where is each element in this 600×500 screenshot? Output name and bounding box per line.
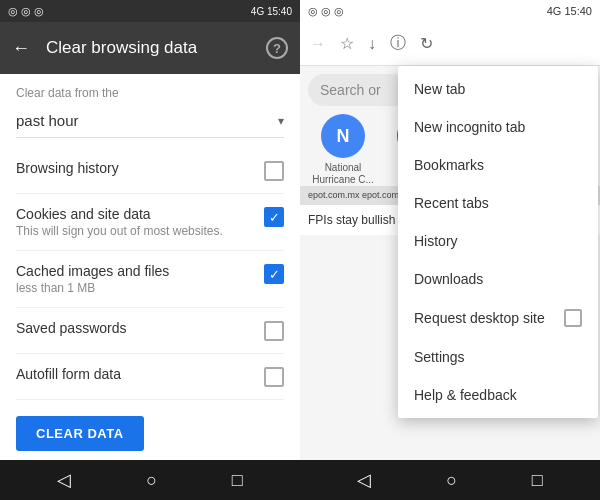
- option-sublabel: This will sign you out of most websites.: [16, 224, 256, 238]
- menu-item-label: New incognito tab: [414, 119, 525, 135]
- option-checkbox[interactable]: [264, 207, 284, 227]
- national-icon: N: [321, 114, 365, 158]
- content-area: Clear data from the past hour ▾ Browsing…: [0, 74, 300, 460]
- menu-item-label: Downloads: [414, 271, 483, 287]
- menu-item[interactable]: Help & feedback: [398, 376, 598, 414]
- menu-item-label: Request desktop site: [414, 310, 545, 326]
- nav-bar-right: ◁ ○ □: [300, 460, 600, 500]
- option-row: Cached images and filesless than 1 MB: [16, 251, 284, 308]
- menu-item[interactable]: Request desktop site: [398, 298, 598, 338]
- option-label: Browsing history: [16, 160, 256, 176]
- option-text-block: Cached images and filesless than 1 MB: [16, 263, 256, 295]
- option-checkbox[interactable]: [264, 367, 284, 387]
- menu-item[interactable]: Settings: [398, 338, 598, 376]
- menu-item-label: Recent tabs: [414, 195, 489, 211]
- left-panel: ◎ ◎ ◎ 4G 15:40 ← Clear browsing data ? C…: [0, 0, 300, 500]
- clear-from-label: Clear data from the: [16, 86, 284, 100]
- page-title: Clear browsing data: [46, 38, 250, 58]
- option-text-block: Saved passwords: [16, 320, 256, 336]
- option-checkbox[interactable]: [264, 161, 284, 181]
- status-bar-right: ◎ ◎ ◎ 4G 15:40: [300, 0, 600, 22]
- refresh-button[interactable]: ↻: [420, 34, 433, 53]
- context-menu: New tabNew incognito tabBookmarksRecent …: [398, 66, 598, 418]
- thumbnail-national[interactable]: N National Hurricane C...: [308, 114, 378, 186]
- option-label: Cookies and site data: [16, 206, 256, 222]
- nav-back-button-right[interactable]: ◁: [357, 469, 371, 491]
- option-checkbox[interactable]: [264, 321, 284, 341]
- menu-item[interactable]: Recent tabs: [398, 184, 598, 222]
- option-text-block: Cookies and site dataThis will sign you …: [16, 206, 256, 238]
- option-row: Cookies and site dataThis will sign you …: [16, 194, 284, 251]
- menu-item-label: New tab: [414, 81, 465, 97]
- menu-item-label: Settings: [414, 349, 465, 365]
- option-label: Autofill form data: [16, 366, 256, 382]
- menu-item[interactable]: History: [398, 222, 598, 260]
- clear-data-button[interactable]: CLEAR DATA: [16, 416, 144, 451]
- menu-item[interactable]: Bookmarks: [398, 146, 598, 184]
- nav-back-button[interactable]: ◁: [57, 469, 71, 491]
- option-row: Browsing history: [16, 148, 284, 194]
- help-button[interactable]: ?: [266, 37, 288, 59]
- right-panel: ◎ ◎ ◎ 4G 15:40 → ☆ ↓ ⓘ ↻ Search or N Nat…: [300, 0, 600, 500]
- time-range-dropdown[interactable]: past hour ▾: [16, 104, 284, 138]
- menu-item-label: History: [414, 233, 458, 249]
- menu-item[interactable]: New tab: [398, 70, 598, 108]
- options-list: Browsing historyCookies and site dataThi…: [16, 148, 284, 400]
- nav-recents-button-right[interactable]: □: [532, 470, 543, 491]
- option-text-block: Browsing history: [16, 160, 256, 176]
- option-label: Cached images and files: [16, 263, 256, 279]
- status-right-left-icons: ◎ ◎ ◎: [308, 5, 344, 18]
- option-row: Saved passwords: [16, 308, 284, 354]
- menu-item-checkbox[interactable]: [564, 309, 582, 327]
- menu-item[interactable]: New incognito tab: [398, 108, 598, 146]
- nav-recents-button[interactable]: □: [232, 470, 243, 491]
- menu-item-label: Bookmarks: [414, 157, 484, 173]
- dropdown-value: past hour: [16, 112, 79, 129]
- dropdown-arrow-icon: ▾: [278, 114, 284, 128]
- thumbnail-label-national: National Hurricane C...: [308, 162, 378, 186]
- download-button[interactable]: ↓: [368, 35, 376, 53]
- menu-item[interactable]: Downloads: [398, 260, 598, 298]
- option-checkbox[interactable]: [264, 264, 284, 284]
- back-button[interactable]: ←: [12, 38, 30, 59]
- info-button[interactable]: ⓘ: [390, 33, 406, 54]
- nav-bar-left: ◁ ○ □: [0, 460, 300, 500]
- option-label: Saved passwords: [16, 320, 256, 336]
- nav-home-button[interactable]: ○: [146, 470, 157, 491]
- status-bar-left: ◎ ◎ ◎ 4G 15:40: [0, 0, 300, 22]
- browser-toolbar: → ☆ ↓ ⓘ ↻: [300, 22, 600, 66]
- status-left-icons: ◎ ◎ ◎: [8, 5, 44, 18]
- option-text-block: Autofill form data: [16, 366, 256, 382]
- star-button[interactable]: ☆: [340, 34, 354, 53]
- app-header: ← Clear browsing data ?: [0, 22, 300, 74]
- status-right-info: 4G 15:40: [251, 6, 292, 17]
- option-row: Autofill form data: [16, 354, 284, 400]
- nav-home-button-right[interactable]: ○: [446, 470, 457, 491]
- status-right-right-info: 4G 15:40: [547, 5, 592, 17]
- option-sublabel: less than 1 MB: [16, 281, 256, 295]
- forward-button[interactable]: →: [310, 35, 326, 53]
- menu-item-label: Help & feedback: [414, 387, 517, 403]
